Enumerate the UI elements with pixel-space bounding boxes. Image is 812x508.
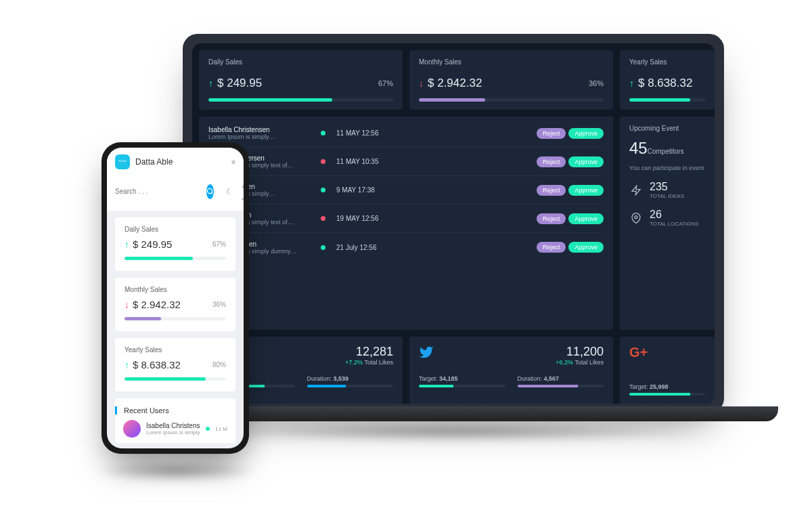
user-row[interactable]: Ida JorgensenLorem Ipsum is simply text … [208, 205, 604, 233]
duration-label: Duration: [518, 375, 543, 382]
google-plus-icon: G+ [629, 345, 648, 360]
card-amount: $ 249.95 [217, 77, 262, 90]
phone-shadow [95, 461, 257, 481]
progress-bar [419, 98, 485, 102]
laptop-frame: Daily Sales ↑$ 249.95 67% Monthly Sales … [183, 34, 724, 413]
reject-button[interactable]: Reject [537, 185, 566, 196]
user-row[interactable]: Isabella ChristensenLorem Ipsum is simpl… [208, 119, 604, 148]
status-dot-icon [321, 245, 325, 250]
user-time: 11 M [215, 426, 227, 432]
social-count: 11,200 [556, 345, 604, 359]
reject-button[interactable]: Reject [537, 242, 566, 253]
user-name: Isabella Christensen [208, 126, 310, 133]
user-row[interactable]: Mathilde AndersenLorem Ipsum is simply t… [208, 148, 604, 176]
reject-button[interactable]: Reject [537, 156, 566, 167]
avatar [123, 420, 141, 438]
svg-marker-0 [632, 186, 640, 194]
social-count: 12,281 [345, 345, 393, 359]
duration-label: Duration: [307, 375, 332, 382]
status-dot-icon [321, 216, 325, 221]
progress-bar [629, 98, 690, 102]
card-title: Daily Sales [208, 58, 393, 66]
card-title: Yearly Sales [629, 58, 705, 66]
sales-cards-row: Daily Sales ↑$ 249.95 67% Monthly Sales … [199, 50, 715, 110]
card-title: Upcoming Event [629, 125, 705, 132]
progress-bar [419, 385, 453, 387]
user-time: 11 MAY 10:35 [336, 158, 411, 165]
svg-line-3 [212, 193, 213, 194]
card-percent: 36% [212, 301, 226, 308]
search-button[interactable] [206, 184, 214, 199]
recent-users-title: Recent Users [115, 406, 235, 415]
reject-button[interactable]: Reject [537, 213, 566, 224]
phone-frame: 〰 Datta Able ≡ ☾ 🔔︎▾ ⚙▾ Daily Sales ↑$ 2… [102, 142, 249, 454]
arrow-up-icon: ↑ [208, 78, 213, 89]
svg-point-1 [635, 215, 637, 218]
logo-icon: 〰 [115, 154, 130, 169]
approve-button[interactable]: Approve [568, 156, 604, 167]
moon-icon[interactable]: ☾ [225, 187, 235, 196]
status-dot-icon [321, 131, 325, 135]
card-amount: $ 8.638.32 [638, 77, 692, 90]
card-amount: $ 2.942.32 [428, 77, 482, 90]
user-time: 11 MAY 12:56 [336, 129, 411, 137]
user-row[interactable]: Karla SorensenLorem Ipsum is simply… 9 M… [208, 176, 604, 205]
card-title: Yearly Sales [125, 346, 226, 354]
menu-icon[interactable]: ≡ [231, 158, 235, 166]
map-pin-icon [629, 211, 643, 225]
monthly-sales-card[interactable]: Monthly Sales ↓$ 2.942.32 36% [409, 50, 613, 110]
user-time: 21 July 12:56 [336, 244, 411, 251]
bell-icon[interactable]: 🔔︎▾ [240, 182, 244, 201]
duration-value: 3,539 [334, 375, 349, 382]
phone-toolbar: ☾ 🔔︎▾ ⚙▾ [107, 176, 244, 211]
social-delta: +6.2% [556, 359, 573, 366]
card-percent: 67% [212, 240, 226, 248]
upcoming-event-card: Upcoming Event 45Competitors You can par… [620, 117, 715, 330]
recent-users-card-mobile: Recent Users Isabella ChristensenLorem I… [115, 398, 235, 443]
twitter-card[interactable]: 11,200+6.2% Total Likes Target: 34,185 D… [409, 337, 613, 404]
progress-bar [125, 317, 161, 320]
duration-value: 4,567 [544, 375, 560, 382]
arrow-up-icon: ↑ [125, 360, 129, 371]
monthly-sales-card-mobile[interactable]: Monthly Sales ↓$ 2.942.3236% [115, 278, 235, 331]
event-number-label: Competitors [648, 148, 684, 155]
card-percent: 36% [589, 79, 604, 87]
phone-header: 〰 Datta Able ≡ [107, 148, 244, 176]
user-subtext: Lorem Ipsum is simply… [208, 133, 310, 140]
target-label: Target: [419, 375, 438, 382]
approve-button[interactable]: Approve [568, 185, 604, 196]
target-label: Target: [629, 383, 648, 390]
user-time: 19 MAY 12:56 [336, 215, 411, 222]
arrow-down-icon: ↓ [419, 78, 424, 89]
user-row[interactable]: Albert AndersenLorem Ipsum is simply dum… [208, 233, 604, 261]
approve-button[interactable]: Approve [568, 213, 604, 224]
progress-bar [307, 385, 346, 387]
progress-bar [629, 393, 690, 396]
daily-sales-card-mobile[interactable]: Daily Sales ↑$ 249.9567% [115, 217, 235, 271]
googleplus-card[interactable]: G+ Target: 25,998 [620, 337, 715, 404]
approve-button[interactable]: Approve [568, 128, 604, 139]
kpi-label: TOTAL IDEAS [650, 193, 684, 199]
yearly-sales-card-mobile[interactable]: Yearly Sales ↑$ 8.638.3280% [115, 338, 235, 391]
social-likes-label: Total Likes [574, 359, 604, 366]
approve-button[interactable]: Approve [568, 242, 604, 253]
recent-user-row[interactable]: Isabella ChristensenLorem Ipsum is simpl… [115, 420, 235, 438]
status-dot-icon [206, 427, 210, 431]
social-likes-label: Total Likes [364, 359, 393, 366]
svg-point-2 [207, 189, 212, 194]
reject-button[interactable]: Reject [537, 128, 566, 139]
event-description: You can participate in event [629, 165, 705, 171]
target-value: 34,185 [439, 375, 458, 382]
yearly-sales-card[interactable]: Yearly Sales ↑$ 8.638.32 [620, 50, 715, 110]
search-input[interactable] [115, 188, 201, 195]
card-title: Daily Sales [125, 226, 226, 233]
kpi-number: 235 [650, 181, 684, 193]
daily-sales-card[interactable]: Daily Sales ↑$ 249.95 67% [199, 50, 403, 110]
status-dot-icon [321, 159, 325, 164]
card-title: Monthly Sales [125, 286, 226, 293]
status-dot-icon [321, 188, 325, 192]
progress-bar [125, 377, 206, 381]
card-amount: $ 249.95 [133, 238, 172, 250]
event-number: 45 [629, 139, 648, 158]
card-percent: 67% [378, 79, 393, 87]
